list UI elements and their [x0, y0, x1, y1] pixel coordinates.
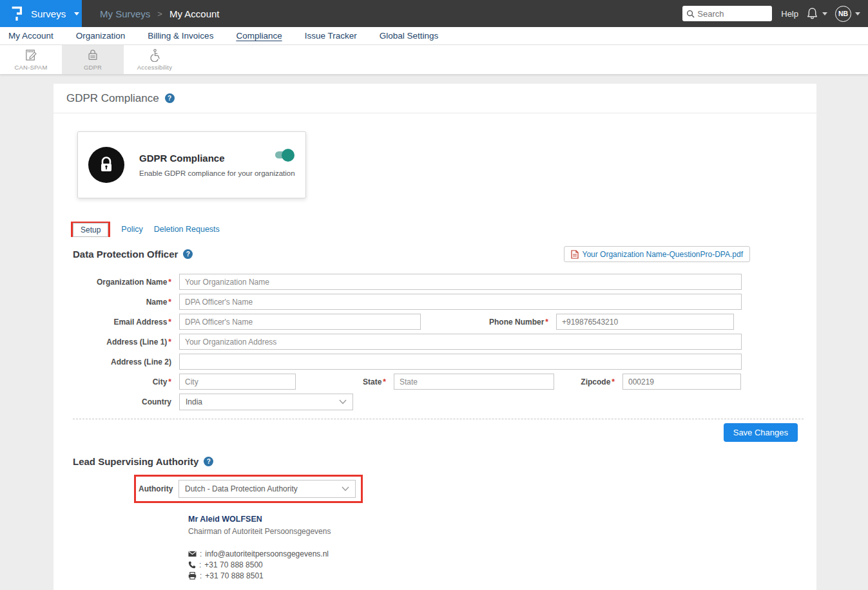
- avatar: NB: [835, 6, 851, 22]
- lsa-heading: Lead Supervising Authority: [73, 456, 198, 467]
- form-row-name: Name*: [73, 294, 797, 310]
- bell-icon: [806, 7, 818, 20]
- dpo-form: Organization Name* Name* Email Address* …: [73, 274, 797, 410]
- tab-billing-invoices[interactable]: Billing & Invoices: [148, 31, 213, 41]
- tab-organization[interactable]: Organization: [76, 31, 126, 41]
- phone-number-field[interactable]: [556, 314, 734, 330]
- help-link[interactable]: Help: [781, 9, 798, 19]
- authority-selected-value: Dutch - Data Protection Authority: [185, 484, 298, 493]
- contact-fax-line: : +31 70 888 8501: [188, 571, 816, 580]
- organization-name-field[interactable]: [179, 274, 742, 290]
- contact-phone-line: : +31 70 888 8500: [188, 560, 816, 569]
- tab-policy[interactable]: Policy: [121, 225, 142, 234]
- breadcrumb-my-account: My Account: [169, 8, 220, 19]
- contact-lines: : info@autoriteitpersoonsgegevens.nl : +…: [188, 549, 816, 580]
- tab-global-settings[interactable]: Global Settings: [380, 31, 439, 41]
- product-switcher-label: Surveys: [31, 8, 66, 19]
- chevron-down-icon: [339, 399, 347, 404]
- tab-can-spam[interactable]: CAN-SPAM: [0, 45, 62, 74]
- phone-icon: [188, 561, 196, 569]
- tab-gdpr[interactable]: GDPR: [62, 45, 124, 74]
- zipcode-field[interactable]: [622, 374, 741, 390]
- help-icon[interactable]: ?: [165, 93, 175, 103]
- contact-name: Mr Aleid WOLFSEN: [188, 515, 816, 524]
- city-label: City*: [73, 377, 179, 386]
- pdf-file-icon: [571, 250, 579, 259]
- compliance-icon-tabs: CAN-SPAM GDPR Accessibility: [0, 45, 868, 75]
- contact-phone: +31 70 888 8500: [204, 560, 262, 569]
- topbar-right-cluster: Help NB: [682, 6, 860, 22]
- address-line1-field[interactable]: [179, 334, 742, 350]
- account-nav-tabs: My Account Organization Billing & Invoic…: [0, 27, 868, 45]
- country-select[interactable]: India: [179, 394, 353, 410]
- toggle-knob: [282, 149, 294, 162]
- pdf-button-label: Your Organization Name-QuestionPro-DPA.p…: [583, 250, 743, 259]
- section-divider: [73, 419, 804, 419]
- help-icon[interactable]: ?: [204, 457, 213, 466]
- city-field[interactable]: [179, 374, 296, 390]
- state-field[interactable]: [394, 374, 554, 390]
- tab-issue-tracker[interactable]: Issue Tracker: [305, 31, 357, 41]
- form-row-email-phone: Email Address* Phone Number*: [73, 314, 797, 330]
- address-line2-field[interactable]: [179, 354, 742, 370]
- dpo-save-row: Save Changes: [53, 423, 798, 442]
- annotation-box-setup: Setup: [71, 222, 110, 237]
- help-icon[interactable]: ?: [183, 249, 193, 259]
- chevron-down-icon: [342, 486, 349, 491]
- contact-email-line: : info@autoriteitpersoonsgegevens.nl: [188, 549, 816, 558]
- form-row-address1: Address (Line 1)*: [73, 334, 797, 350]
- address-line2-label: Address (Line 2): [73, 357, 179, 366]
- search-input[interactable]: [697, 9, 768, 19]
- form-row-organization-name: Organization Name*: [73, 274, 797, 290]
- gdpr-toggle[interactable]: [275, 151, 293, 158]
- dpo-heading: Data Protection Officer: [73, 249, 178, 260]
- lsa-section-header: Lead Supervising Authority ?: [73, 456, 804, 467]
- country-selected-value: India: [186, 397, 202, 406]
- tab-my-account[interactable]: My Account: [8, 31, 53, 41]
- tab-label: GDPR: [84, 64, 102, 71]
- contact-title: Chairman of Autoriteit Persoonsgegevens: [188, 527, 816, 536]
- chevron-down-icon: [74, 12, 79, 15]
- contact-email: info@autoriteitpersoonsgegevens.nl: [205, 549, 329, 558]
- document-pencil-icon: [24, 48, 38, 62]
- card-subtitle: Enable GDPR compliance for your organiza…: [139, 169, 295, 177]
- address-line1-label: Address (Line 1)*: [73, 338, 179, 347]
- tab-accessibility[interactable]: Accessibility: [124, 45, 186, 74]
- annotation-box-authority: Authority Dutch - Data Protection Author…: [134, 475, 363, 503]
- organization-name-label: Organization Name*: [73, 278, 179, 287]
- country-label: Country: [73, 397, 179, 406]
- page-title-row: GDPR Compliance ?: [53, 84, 816, 113]
- account-menu[interactable]: NB: [835, 6, 860, 22]
- gdpr-enable-card: GDPR Compliance Enable GDPR compliance f…: [77, 131, 306, 198]
- chevron-down-icon: [822, 12, 827, 15]
- authority-contact-card: Mr Aleid WOLFSEN Chairman of Autoriteit …: [188, 515, 816, 580]
- form-row-country: Country India: [73, 394, 797, 410]
- authority-select[interactable]: Dutch - Data Protection Authority: [178, 480, 356, 498]
- authority-label: Authority: [139, 484, 178, 493]
- name-label: Name*: [73, 298, 179, 307]
- dpa-pdf-download-button[interactable]: Your Organization Name-QuestionPro-DPA.p…: [564, 246, 750, 262]
- gdpr-compliance-panel: GDPR Compliance ? GDPR Compliance Enable…: [53, 84, 816, 590]
- phone-number-label: Phone Number*: [421, 318, 556, 327]
- top-bar: Surveys My Surveys > My Account Help NB: [0, 0, 868, 27]
- name-field[interactable]: [179, 294, 742, 310]
- gdpr-sub-tabs: Setup Policy Deletion Requests: [71, 222, 816, 237]
- tab-deletion-requests[interactable]: Deletion Requests: [154, 225, 220, 234]
- save-changes-button[interactable]: Save Changes: [724, 423, 798, 442]
- notifications-button[interactable]: [806, 7, 827, 20]
- lock-icon: [86, 48, 99, 62]
- search-icon: [686, 10, 695, 18]
- tab-compliance[interactable]: Compliance: [236, 31, 282, 41]
- state-label: State*: [296, 377, 394, 386]
- lock-icon: [97, 155, 115, 175]
- app-logo-block[interactable]: Surveys: [0, 0, 82, 27]
- email-field[interactable]: [179, 314, 421, 330]
- page-title: GDPR Compliance: [66, 92, 159, 105]
- form-row-city-state-zip: City* State* Zipcode*: [73, 374, 797, 390]
- lock-badge: [88, 147, 124, 183]
- wheelchair-icon: [148, 48, 162, 62]
- breadcrumb-my-surveys[interactable]: My Surveys: [100, 8, 150, 19]
- breadcrumb-separator: >: [157, 9, 162, 19]
- tab-setup[interactable]: Setup: [73, 223, 108, 237]
- zipcode-label: Zipcode*: [554, 377, 622, 386]
